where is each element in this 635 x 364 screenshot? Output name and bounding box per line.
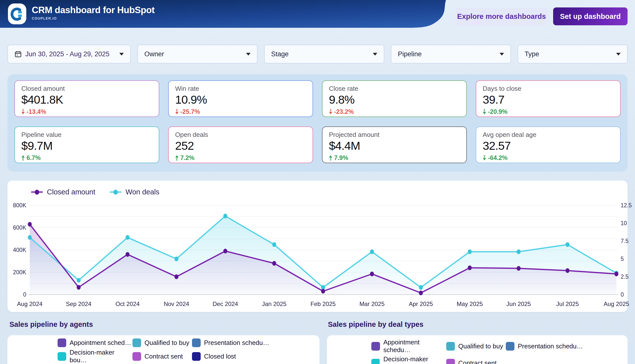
agents-chart-legend: Appointment sched… Qualified to buy Pres… (58, 338, 269, 364)
kpi-label: Open deals (175, 131, 306, 138)
kpi-delta: -25.7% (175, 108, 306, 115)
legend-label: Won deals (126, 188, 160, 196)
svg-text:800K: 800K (13, 202, 26, 208)
svg-text:Aug 2024: Aug 2024 (17, 300, 43, 307)
trend-arrow-icon (329, 155, 332, 160)
legend-swatch (133, 352, 141, 361)
kpi-win-rate: Win rate 10.9% -25.7% (168, 80, 313, 117)
svg-text:600K: 600K (13, 224, 26, 231)
legend-appointment-scheduled[interactable]: Appointment sched… (58, 338, 133, 347)
svg-text:12.5: 12.5 (620, 202, 632, 208)
svg-text:Jun 2025: Jun 2025 (506, 300, 531, 307)
kpi-open-deals: Open deals 252 7.2% (168, 126, 313, 163)
kpi-delta: -23.2% (329, 108, 460, 115)
kpi-label: Avg open deal age (483, 131, 614, 138)
kpi-value: $9.7M (21, 139, 152, 152)
kpi-delta: 6.7% (21, 154, 152, 162)
stage-filter-label: Stage (271, 50, 373, 58)
kpi-value: 39.7 (483, 93, 614, 106)
kpi-delta: -13.4% (21, 108, 152, 115)
closed-amount-won-deals-chart-card: 0200K400K600K800K02.557.51012.5Aug 2024S… (8, 180, 627, 312)
legend-label: Closed lost (204, 352, 236, 360)
legend-presentation-scheduled[interactable]: Presentation schedu… (192, 338, 269, 347)
bar-chart-axis-line (379, 358, 380, 364)
chevron-down-icon (616, 53, 620, 56)
kpi-label: Win rate (175, 85, 306, 92)
pipeline-filter[interactable]: Pipeline (391, 45, 511, 64)
agents-section-title: Sales pipeline by agents (10, 320, 93, 328)
svg-text:Mar 2025: Mar 2025 (359, 300, 384, 307)
explore-more-dashboards-button[interactable]: Explore more dashboards (455, 8, 548, 25)
set-up-dashboard-button[interactable]: Set up dashboard (553, 8, 627, 25)
legend-closed-amount[interactable]: Closed amount (31, 188, 95, 196)
legend-decision-maker[interactable]: Decision-maker bou… (58, 349, 133, 364)
kpi-pipeline-value: Pipeline value $9.7M 6.7% (15, 126, 159, 163)
kpi-delta: 7.2% (175, 154, 306, 162)
legend-swatch (58, 338, 66, 347)
legend-label: Decision-maker bou… (383, 355, 446, 364)
trend-arrow-icon (329, 109, 332, 114)
legend-label: Presentation schedu… (518, 342, 583, 350)
svg-text:0: 0 (620, 291, 624, 298)
line-dot-marker (31, 190, 43, 195)
svg-text:Sep 2024: Sep 2024 (66, 300, 92, 307)
legend-swatch (192, 352, 201, 361)
legend-won-deals[interactable]: Won deals (110, 188, 160, 196)
legend-swatch (133, 338, 141, 347)
svg-text:Apr 2025: Apr 2025 (409, 300, 433, 307)
legend-decision-maker[interactable]: Decision-maker bou… (371, 355, 446, 364)
kpi-value: $4.4M (329, 139, 460, 152)
svg-text:Jan 2025: Jan 2025 (262, 300, 287, 307)
sales-pipeline-by-deal-types-card: Appointment schedu… Qualified to buy Pre… (327, 335, 627, 364)
legend-swatch (58, 352, 66, 361)
trend-arrow-icon (175, 109, 179, 114)
legend-contract-sent[interactable]: Contract sent (446, 355, 506, 364)
type-filter-label: Type (525, 50, 616, 58)
line-dot-marker (110, 190, 122, 195)
svg-text:Jul 2025: Jul 2025 (556, 300, 579, 307)
stage-filter[interactable]: Stage (264, 45, 384, 64)
legend-qualified-to-buy[interactable]: Qualified to buy (133, 338, 192, 347)
deal-types-section-title: Sales pipeline by deal types (328, 320, 423, 328)
kpi-value: 252 (175, 139, 306, 152)
trend-arrow-icon (21, 155, 25, 160)
date-range-filter[interactable]: Jun 30, 2025 - Aug 29, 2025 (8, 45, 131, 64)
svg-text:Aug 2025: Aug 2025 (604, 300, 629, 307)
legend-label: Appointment sched… (70, 339, 131, 347)
legend-closed-lost[interactable]: Closed lost (192, 349, 269, 364)
legend-label: Qualified to buy (144, 339, 189, 347)
kpi-label: Projected amount (329, 131, 460, 138)
kpi-delta: -64.2% (483, 154, 614, 162)
kpi-label: Days to close (483, 85, 614, 92)
legend-appointment-scheduled[interactable]: Appointment schedu… (371, 338, 446, 354)
kpi-value: 9.8% (329, 93, 460, 106)
coupler-logo (8, 4, 26, 24)
legend-swatch (192, 338, 201, 347)
kpi-value: $401.8K (21, 93, 152, 106)
svg-text:Feb 2025: Feb 2025 (311, 300, 336, 307)
kpi-closed-amount: Closed amount $401.8K -13.4% (15, 80, 159, 117)
chevron-down-icon (246, 53, 251, 56)
kpi-delta: 7.9% (329, 154, 460, 162)
legend-swatch (371, 359, 380, 364)
legend-swatch (506, 342, 514, 350)
legend-label: Appointment schedu… (383, 338, 446, 354)
legend-presentation-scheduled[interactable]: Presentation schedu… (506, 338, 583, 354)
svg-text:May 2025: May 2025 (457, 300, 483, 307)
legend-contract-sent[interactable]: Contract sent (133, 349, 192, 364)
legend-label: Presentation schedu… (204, 339, 269, 347)
chart-legend: Closed amount Won deals (31, 188, 160, 196)
type-filter[interactable]: Type (518, 45, 627, 64)
legend-qualified-to-buy[interactable]: Qualified to buy (446, 338, 506, 354)
svg-text:Oct 2024: Oct 2024 (115, 300, 139, 307)
svg-text:Dec 2024: Dec 2024 (213, 300, 238, 307)
chevron-down-icon (499, 53, 504, 56)
sales-pipeline-by-agents-card: Appointment sched… Qualified to buy Pres… (8, 335, 319, 364)
kpi-days-to-close: Days to close 39.7 -20.9% (476, 80, 620, 117)
legend-label: Closed amount (47, 188, 95, 196)
legend-label: Contract sent (458, 359, 497, 364)
owner-filter[interactable]: Owner (137, 45, 257, 64)
deal-types-chart-legend: Appointment schedu… Qualified to buy Pre… (371, 338, 583, 364)
legend-label: Decision-maker bou… (70, 349, 133, 364)
owner-filter-label: Owner (144, 50, 246, 58)
